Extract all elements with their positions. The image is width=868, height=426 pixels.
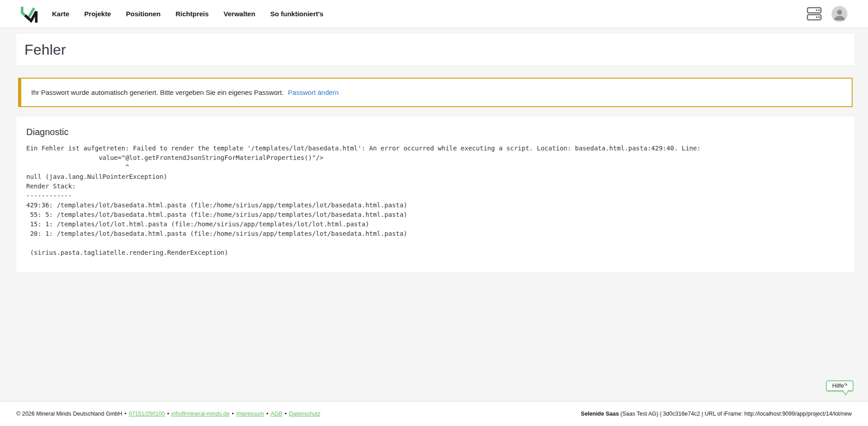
footer-session-info: Selenide Saas (Saas Test AG) | 3d0c316e7… <box>581 411 852 417</box>
footer-left: © 2026 Mineral Minds Deutschland GmbH • … <box>16 411 321 417</box>
footer-agb-link[interactable]: AGB <box>270 411 282 417</box>
page-title: Fehler <box>24 41 846 59</box>
navbar-right <box>807 6 847 22</box>
footer-datenschutz-link[interactable]: Datenschutz <box>289 411 320 417</box>
footer-copyright: © 2026 Mineral Minds Deutschland GmbH <box>16 411 122 417</box>
nav-item-karte[interactable]: Karte <box>52 10 69 18</box>
help-button[interactable]: Hilfe? <box>826 380 854 391</box>
user-silhouette-icon <box>832 6 847 22</box>
tenant-name: Selenide Saas <box>581 411 619 417</box>
footer-separator: • <box>167 411 169 417</box>
footer-phone-link[interactable]: 07151/250100 <box>129 411 165 417</box>
nav-item-richtpreis[interactable]: Richtpreis <box>175 10 208 18</box>
footer-separator: • <box>266 411 268 417</box>
nav-item-projekte[interactable]: Projekte <box>84 10 111 18</box>
diagnostic-error-log: Ein Fehler ist aufgetreten: Failed to re… <box>26 144 844 257</box>
server-icon[interactable] <box>807 7 822 21</box>
session-details: (Saas Test AG) | 3d0c316e74c2 | URL of i… <box>619 411 852 417</box>
nav-item-verwalten[interactable]: Verwalten <box>224 10 255 18</box>
password-warning-message: Ihr Passwort wurde automatisch generiert… <box>31 89 284 96</box>
nav-item-positionen[interactable]: Positionen <box>126 10 161 18</box>
mineral-minds-logo-icon <box>21 5 38 23</box>
main-nav: Karte Projekte Positionen Richtpreis Ver… <box>52 10 323 18</box>
footer-separator: • <box>124 411 126 417</box>
footer: © 2026 Mineral Minds Deutschland GmbH • … <box>0 401 868 426</box>
user-avatar[interactable] <box>832 6 847 22</box>
footer-separator: • <box>285 411 287 417</box>
nav-item-so-funktionierts[interactable]: So funktioniert's <box>270 10 324 18</box>
app-logo[interactable] <box>21 5 38 23</box>
top-navbar: Karte Projekte Positionen Richtpreis Ver… <box>0 0 868 28</box>
change-password-link[interactable]: Passwort ändern <box>288 89 339 96</box>
footer-separator: • <box>232 411 234 417</box>
footer-impressum-link[interactable]: Impressum <box>236 411 264 417</box>
diagnostic-title: Diagnostic <box>26 126 844 137</box>
page-header-card: Fehler <box>16 34 854 66</box>
diagnostic-card: Diagnostic Ein Fehler ist aufgetreten: F… <box>16 117 854 272</box>
footer-email-link[interactable]: info@mineral-minds.de <box>171 411 230 417</box>
password-warning-banner: Ihr Passwort wurde automatisch generiert… <box>18 78 853 107</box>
